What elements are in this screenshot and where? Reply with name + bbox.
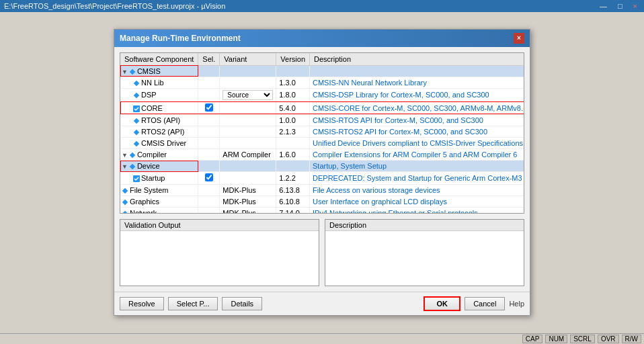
table-row: File SystemMDK-Plus6.13.8File Access on …	[120, 185, 524, 196]
table-row: ▼ DeviceStartup, System Setup	[120, 161, 524, 172]
validation-panel-content	[120, 231, 319, 286]
description-cell: CMSIS-NN Neural Network Library	[310, 77, 524, 88]
svg-rect-0	[130, 69, 135, 74]
description-link[interactable]: Compiler Extensions for ARM Compiler 5 a…	[313, 150, 517, 159]
description-link[interactable]: CMSIS-CORE for Cortex-M, SC000, SC300, A…	[313, 104, 524, 112]
description-link[interactable]: CMSIS-RTOS2 API for Cortex-M, SC000, and…	[313, 128, 487, 136]
sel-cell	[198, 148, 220, 160]
expand-icon[interactable]: ▼	[122, 163, 128, 170]
description-cell: Unified Device Drivers compliant to CMSI…	[310, 137, 524, 148]
svg-rect-2	[134, 93, 139, 98]
cancel-button[interactable]: Cancel	[465, 297, 505, 310]
version-cell: 1.8.0	[276, 88, 310, 101]
table-row: RTOS (API)1.0.0CMSIS-RTOS API for Cortex…	[120, 114, 524, 126]
description-cell: CMSIS-RTOS2 API for Cortex-M, SC000, and…	[310, 126, 524, 137]
component-checkbox[interactable]	[205, 103, 213, 112]
diamond-icon	[133, 139, 141, 147]
description-link[interactable]: Unified Device Drivers compliant to CMSI…	[313, 139, 523, 147]
diamond-icon	[129, 67, 137, 75]
status-num: NUM	[545, 335, 567, 343]
description-link[interactable]: IPv4 Networking using Ethernet or Serial…	[313, 209, 478, 213]
description-link[interactable]: CMSIS-NN Neural Network Library	[313, 79, 427, 87]
description-link[interactable]: CMSIS-RTOS API for Cortex-M, SC000, and …	[313, 116, 483, 124]
diamond-icon	[129, 150, 137, 159]
version-cell: 6.13.8	[276, 185, 310, 196]
component-name: DSP	[141, 91, 157, 99]
description-link[interactable]: CMSIS-DSP Library for Cortex-M, SC000, a…	[313, 91, 489, 99]
check-icon	[133, 174, 141, 182]
version-cell: 5.4.0	[276, 101, 310, 114]
version-cell	[276, 65, 310, 77]
description-panel-title: Description	[325, 220, 524, 231]
component-name: File System	[130, 186, 168, 194]
table-row: NN Lib1.3.0CMSIS-NN Neural Network Libra…	[120, 77, 524, 88]
variant-cell: ARM Compiler	[220, 148, 276, 160]
version-cell	[276, 161, 310, 172]
description-link[interactable]: DEPRECATED: System and Startup for Gener…	[313, 174, 524, 182]
variant-cell	[220, 65, 276, 77]
variant-cell	[220, 161, 276, 172]
description-link[interactable]: Startup, System Setup	[313, 162, 387, 170]
diamond-icon	[129, 162, 137, 170]
table-row: ▼ CompilerARM Compiler1.6.0Compiler Exte…	[120, 148, 524, 160]
variant-select[interactable]: Source	[223, 90, 273, 100]
sel-cell	[198, 196, 220, 208]
description-cell: CMSIS-DSP Library for Cortex-M, SC000, a…	[310, 88, 524, 101]
diamond-icon	[133, 91, 141, 99]
variant-cell: MDK-Plus	[220, 196, 276, 208]
ok-button[interactable]: OK	[424, 296, 460, 311]
resolve-button[interactable]: Resolve	[120, 297, 164, 310]
svg-rect-10	[122, 188, 128, 194]
dialog-overlay: Manage Run-Time Environment × Software C…	[0, 0, 644, 344]
version-cell: 7.14.0	[276, 208, 310, 214]
diamond-icon	[122, 198, 130, 206]
status-scrl: SCRL	[570, 335, 595, 343]
bottom-panels: Validation Output Description	[120, 219, 524, 286]
table-row: RTOS2 (API)2.1.3CMSIS-RTOS2 API for Cort…	[120, 126, 524, 137]
expand-icon[interactable]: ▼	[122, 152, 128, 159]
description-link[interactable]: User Interface on graphical LCD displays	[313, 198, 447, 206]
component-name: Device	[137, 162, 160, 170]
dialog-close-button[interactable]: ×	[514, 33, 524, 44]
sel-cell	[198, 137, 220, 148]
svg-rect-6	[134, 141, 139, 146]
svg-rect-7	[130, 153, 135, 158]
status-bar: CAP NUM SCRL OVR R/W	[0, 333, 644, 344]
table-row: CORE5.4.0CMSIS-CORE for Cortex-M, SC000,…	[120, 101, 524, 114]
status-rw: R/W	[622, 335, 641, 343]
version-cell: 1.6.0	[276, 148, 310, 160]
sel-cell	[198, 65, 220, 77]
component-table: Software Component Sel. Variant Version …	[120, 53, 524, 214]
col-header-variant: Variant	[220, 53, 276, 66]
dialog-title: Manage Run-Time Environment	[120, 34, 241, 43]
component-name: RTOS (API)	[141, 116, 180, 124]
description-cell	[310, 65, 524, 77]
sel-cell	[198, 88, 220, 101]
col-header-sel: Sel.	[198, 53, 220, 66]
sel-cell	[198, 172, 220, 185]
details-button[interactable]: Details	[222, 297, 262, 310]
variant-cell	[220, 137, 276, 148]
version-cell	[276, 137, 310, 148]
sel-cell	[198, 101, 220, 114]
table-row: ▼ CMSIS	[120, 65, 524, 77]
svg-rect-8	[130, 164, 135, 169]
variant-cell: MDK-Plus	[220, 185, 276, 196]
diamond-icon	[133, 128, 141, 136]
expand-icon[interactable]: ▼	[122, 69, 128, 75]
description-cell: Startup, System Setup	[310, 161, 524, 172]
select-p-button[interactable]: Select P...	[168, 297, 218, 310]
component-name: CMSIS	[137, 67, 161, 75]
component-table-container: Software Component Sel. Variant Version …	[120, 52, 524, 214]
component-name: Network	[130, 209, 157, 213]
description-cell: Compiler Extensions for ARM Compiler 5 a…	[310, 148, 524, 160]
component-checkbox[interactable]	[205, 173, 213, 181]
svg-rect-12	[122, 211, 128, 213]
description-panel: Description	[325, 219, 524, 286]
dialog-titlebar: Manage Run-Time Environment ×	[114, 30, 530, 47]
version-cell: 1.2.2	[276, 172, 310, 185]
component-name: NN Lib	[141, 79, 164, 87]
check-icon	[133, 104, 141, 112]
table-row: DSPSource1.8.0CMSIS-DSP Library for Cort…	[120, 88, 524, 101]
description-link[interactable]: File Access on various storage devices	[313, 186, 440, 194]
